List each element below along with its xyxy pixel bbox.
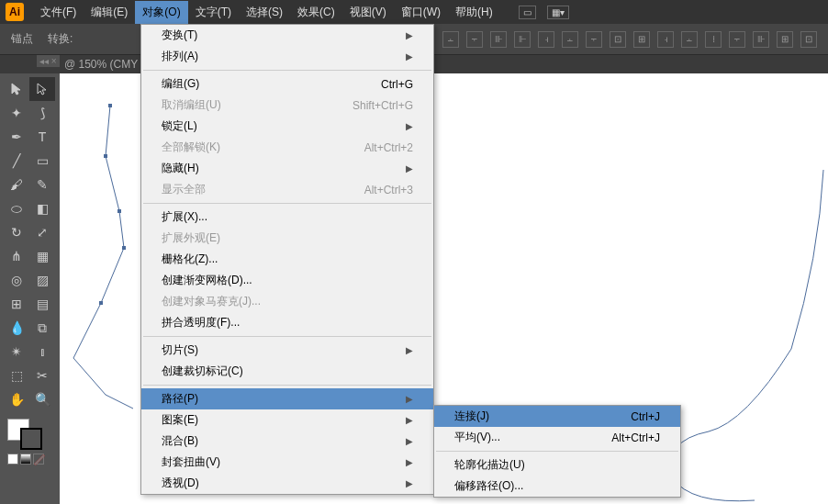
menu-item[interactable]: 窗口(W) [394, 1, 448, 24]
menu-item[interactable]: 混合(B)▶ [141, 431, 433, 452]
rectangle-tool[interactable]: ▭ [29, 149, 55, 173]
menu-item[interactable]: 效果(C) [290, 1, 342, 24]
gradient-tool[interactable]: ▤ [29, 292, 55, 316]
align-icon[interactable]: ⫠ [442, 31, 459, 48]
slice-tool[interactable]: ✂ [29, 364, 55, 387]
align-icon[interactable]: ⁞ [705, 31, 722, 48]
blend-tool[interactable]: ⧉ [29, 316, 55, 340]
menu-item[interactable]: 文字(T) [188, 1, 239, 24]
menu-separator [143, 70, 431, 71]
app-icon: Ai [6, 3, 24, 21]
width-tool[interactable]: ⋔ [4, 244, 29, 268]
menu-item: 创建对象马赛克(J)... [141, 291, 433, 312]
symbol-sprayer-tool[interactable]: ✴ [4, 340, 29, 364]
perspective-tool[interactable]: ▨ [29, 268, 55, 292]
menu-item-label: 变换(T) [162, 28, 197, 43]
menu-item[interactable]: 创建渐变网格(D)... [141, 270, 433, 291]
align-icon[interactable]: ⫠ [681, 31, 698, 48]
svg-rect-2 [117, 209, 121, 213]
menu-shortcut: Shift+Ctrl+G [352, 99, 413, 112]
menu-item[interactable]: 帮助(H) [448, 1, 500, 24]
eyedropper-tool[interactable]: 💧 [4, 316, 29, 340]
align-icon[interactable]: ⊞ [633, 31, 650, 48]
pen-tool[interactable]: ✒ [4, 125, 29, 149]
menu-item[interactable]: 切片(S)▶ [141, 340, 433, 361]
zoom-tool[interactable]: 🔍 [29, 387, 55, 411]
pencil-tool[interactable]: ✎ [29, 173, 55, 196]
menu-item[interactable]: 视图(V) [342, 1, 394, 24]
menu-item-label: 扩展(X)... [162, 209, 207, 225]
menu-item[interactable]: 隐藏(H)▶ [141, 158, 433, 179]
align-icon[interactable]: ⊩ [514, 31, 531, 48]
color-swatches[interactable] [4, 417, 56, 450]
align-icon[interactable]: ⫟ [729, 31, 745, 48]
menu-item[interactable]: 路径(P)▶ [141, 388, 433, 409]
align-icon[interactable]: ⫟ [466, 31, 483, 48]
document-tab[interactable]: @ 150% (CMY [64, 58, 138, 71]
menu-item[interactable]: 透视(D)▶ [141, 473, 433, 494]
rotate-tool[interactable]: ↻ [4, 220, 29, 244]
type-tool[interactable]: T [29, 125, 55, 149]
lasso-tool[interactable]: ⟆ [29, 101, 55, 125]
menu-item[interactable]: 编组(G)Ctrl+G [141, 73, 433, 95]
menu-item[interactable]: 连接(J)Ctrl+J [434, 406, 680, 427]
menu-item[interactable]: 偏移路径(O)... [434, 476, 680, 497]
submenu-arrow-icon: ▶ [406, 478, 413, 488]
path-submenu: 连接(J)Ctrl+J平均(V)...Alt+Ctrl+J轮廓化描边(U)偏移路… [433, 405, 681, 498]
align-icon[interactable]: ⊞ [777, 31, 793, 48]
menu-item[interactable]: 拼合透明度(F)... [141, 312, 433, 333]
color-mode-icon[interactable] [7, 454, 18, 465]
blob-brush-tool[interactable]: ⬭ [4, 196, 29, 220]
gradient-mode-icon[interactable] [20, 454, 31, 465]
stroke-swatch[interactable] [20, 428, 42, 450]
menu-item[interactable]: 排列(A)▶ [141, 46, 433, 67]
menu-item-label: 图案(E) [162, 412, 198, 428]
menu-item[interactable]: 编辑(E) [84, 1, 135, 24]
selection-tool[interactable] [4, 77, 29, 101]
align-icon[interactable]: ⊡ [800, 31, 817, 48]
panel-handle[interactable]: ◂◂ × [37, 55, 60, 67]
align-icon[interactable]: ⫠ [562, 31, 578, 48]
paintbrush-tool[interactable]: 🖌 [4, 173, 29, 196]
align-icon[interactable]: ⊪ [753, 31, 769, 48]
workspace-icon[interactable]: ▭ [519, 6, 536, 19]
menu-shortcut: Alt+Ctrl+J [611, 431, 660, 444]
align-icon[interactable]: ⫞ [538, 31, 554, 48]
menu-item[interactable]: 创建裁切标记(C) [141, 361, 433, 382]
submenu-arrow-icon: ▶ [406, 415, 413, 425]
menu-item-label: 偏移路径(O)... [454, 478, 523, 494]
none-mode-icon[interactable] [33, 454, 44, 465]
menu-item[interactable]: 文件(F) [33, 1, 84, 24]
submenu-arrow-icon: ▶ [406, 121, 413, 131]
menu-item[interactable]: 图案(E)▶ [141, 409, 433, 431]
arrange-icon[interactable]: ▦▾ [547, 6, 569, 19]
scale-tool[interactable]: ⤢ [29, 220, 55, 244]
eraser-tool[interactable]: ◧ [29, 196, 55, 220]
align-icon[interactable]: ⫟ [586, 31, 602, 48]
menu-item[interactable]: 平均(V)...Alt+Ctrl+J [434, 427, 680, 448]
align-icon[interactable]: ⫞ [657, 31, 674, 48]
menu-item-label: 平均(V)... [454, 430, 500, 445]
align-icon[interactable]: ⊪ [490, 31, 507, 48]
artboard-tool[interactable]: ⬚ [4, 364, 29, 387]
menu-item[interactable]: 变换(T)▶ [141, 25, 433, 46]
menu-item[interactable]: 选择(S) [239, 1, 290, 24]
menu-item[interactable]: 对象(O) [135, 1, 187, 24]
graph-tool[interactable]: ⫾ [29, 340, 55, 364]
magic-wand-tool[interactable]: ✦ [4, 101, 29, 125]
align-icon[interactable]: ⊡ [610, 31, 626, 48]
menu-item[interactable]: 轮廓化描边(U) [434, 454, 680, 476]
hand-tool[interactable]: ✋ [4, 387, 29, 411]
menu-item-label: 拼合透明度(F)... [162, 315, 240, 330]
menu-item[interactable]: 锁定(L)▶ [141, 116, 433, 137]
shape-builder-tool[interactable]: ◎ [4, 268, 29, 292]
menu-separator [436, 451, 678, 452]
menu-item[interactable]: 栅格化(Z)... [141, 249, 433, 270]
menu-item[interactable]: 扩展(X)... [141, 207, 433, 228]
line-tool[interactable]: ╱ [4, 149, 29, 173]
direct-selection-tool[interactable] [29, 77, 55, 101]
menu-item[interactable]: 封套扭曲(V)▶ [141, 452, 433, 473]
mesh-tool[interactable]: ⊞ [4, 292, 29, 316]
menubar-right-controls: ▭ ▦▾ [519, 6, 569, 19]
free-transform-tool[interactable]: ▦ [29, 244, 55, 268]
